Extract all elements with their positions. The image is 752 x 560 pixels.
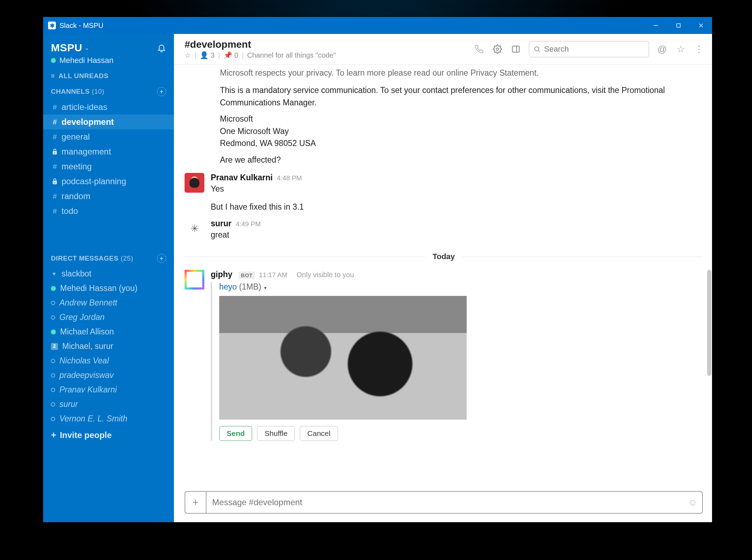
hash-icon bbox=[51, 101, 59, 113]
gear-icon[interactable] bbox=[492, 44, 503, 54]
dm-item[interactable]: Pranav Kulkarni bbox=[43, 383, 174, 397]
mentions-icon[interactable]: @ bbox=[657, 44, 668, 54]
add-channel-icon[interactable]: + bbox=[157, 87, 166, 96]
message: giphy BOT 11:17 AM Only visible to you h… bbox=[185, 267, 703, 444]
current-user[interactable]: Mehedi Hassan bbox=[59, 56, 113, 65]
star-icon[interactable]: ☆ bbox=[185, 51, 191, 59]
minimize-button[interactable] bbox=[652, 22, 660, 29]
workspace-name[interactable]: MSPU bbox=[51, 42, 82, 54]
message-time: 4:49 PM bbox=[236, 220, 261, 228]
svg-line-8 bbox=[538, 51, 540, 52]
dot-off-icon bbox=[51, 359, 55, 363]
search-input[interactable] bbox=[544, 45, 645, 54]
message-list[interactable]: Microsoft respects your privacy. To lear… bbox=[174, 65, 712, 485]
message: Pranav Kulkarni 4:48 PM Yes But I have f… bbox=[185, 170, 703, 216]
cancel-button[interactable]: Cancel bbox=[300, 426, 338, 441]
phone-icon[interactable] bbox=[474, 44, 484, 54]
dot-off-icon bbox=[51, 301, 55, 305]
details-icon[interactable] bbox=[511, 44, 521, 54]
send-button[interactable]: Send bbox=[219, 426, 252, 441]
channel-item-development[interactable]: development bbox=[43, 115, 174, 129]
dot-off-icon bbox=[51, 417, 55, 421]
channel-item-todo[interactable]: todo bbox=[43, 204, 174, 218]
dm-header[interactable]: DIRECT MESSAGES (25) + bbox=[43, 250, 174, 267]
dm-item[interactable]: 2Michael, surur bbox=[43, 339, 174, 354]
members-count[interactable]: 👤 3 bbox=[200, 51, 215, 59]
attachment: heyo (1MB) ▾ Send Shuffle Cancel bbox=[211, 282, 703, 441]
dot-off-icon bbox=[51, 315, 55, 320]
hash-icon bbox=[51, 131, 59, 143]
svg-rect-1 bbox=[677, 24, 680, 27]
message-text: But I have fixed this in 3.1 bbox=[211, 201, 703, 213]
dm-item[interactable]: Michael Allison bbox=[43, 325, 174, 339]
dm-item[interactable]: surur bbox=[43, 397, 174, 412]
dm-item[interactable]: Nicholas Veal bbox=[43, 354, 174, 368]
maximize-button[interactable] bbox=[675, 22, 682, 29]
emoji-icon[interactable]: ☺ bbox=[683, 497, 702, 508]
hash-icon bbox=[51, 116, 59, 128]
sidebar: MSPU ⌄ Mehedi Hassan ≡ ALL UNREADS CHANN… bbox=[43, 34, 174, 522]
shuffle-button[interactable]: Shuffle bbox=[257, 426, 295, 441]
slack-icon: ✱ bbox=[48, 22, 56, 29]
message-text: great bbox=[211, 229, 703, 241]
app-window: ✱ Slack - MSPU MSPU ⌄ bbox=[43, 17, 712, 522]
dm-item[interactable]: Mehedi Hassan (you) bbox=[43, 281, 174, 296]
dot-off-icon bbox=[51, 373, 55, 378]
plus-icon: + bbox=[51, 430, 56, 441]
dm-item[interactable]: pradeepviswav bbox=[43, 368, 174, 383]
message-text: This is a mandatory service communicatio… bbox=[185, 84, 703, 109]
message-time: 11:17 AM bbox=[259, 271, 287, 279]
channels-header[interactable]: CHANNELS (10) + bbox=[43, 83, 174, 100]
channel-name[interactable]: #development bbox=[185, 39, 336, 50]
invite-people[interactable]: + Invite people bbox=[43, 426, 174, 444]
scrollbar[interactable] bbox=[707, 270, 711, 376]
avatar[interactable] bbox=[185, 219, 204, 239]
dm-item[interactable]: Andrew Bennett bbox=[43, 296, 174, 310]
gif-preview[interactable] bbox=[219, 296, 467, 420]
channel-topic[interactable]: Channel for all things "code" bbox=[247, 51, 336, 59]
channel-item-podcast-planning[interactable]: podcast-planning bbox=[43, 174, 174, 189]
pins-count[interactable]: 📌 0 bbox=[223, 51, 238, 59]
channel-item-general[interactable]: general bbox=[43, 129, 174, 144]
dot-off-icon bbox=[51, 402, 55, 407]
star-channel-icon[interactable]: ☆ bbox=[675, 44, 686, 54]
presence-dot-icon bbox=[51, 58, 56, 63]
chevron-down-icon[interactable]: ⌄ bbox=[84, 45, 89, 51]
dm-item[interactable]: Greg Jordan bbox=[43, 310, 174, 325]
attachment-title[interactable]: heyo (1MB) ▾ bbox=[219, 282, 703, 292]
message-user[interactable]: giphy bbox=[211, 270, 232, 279]
svg-point-7 bbox=[535, 47, 539, 51]
svg-point-4 bbox=[496, 48, 499, 51]
more-icon[interactable]: ⋮ bbox=[694, 44, 704, 54]
close-button[interactable] bbox=[697, 22, 705, 29]
message-text: Yes bbox=[211, 183, 703, 195]
message-text: Microsoft respects your privacy. To lear… bbox=[185, 68, 703, 80]
message-user[interactable]: Pranav Kulkarni bbox=[211, 173, 273, 182]
message: surur 4:49 PM great bbox=[185, 216, 703, 244]
main-panel: #development ☆| 👤 3| 📌 0| Channel for al… bbox=[174, 34, 712, 522]
add-dm-icon[interactable]: + bbox=[157, 254, 166, 263]
dm-item[interactable]: slackbot bbox=[43, 267, 174, 281]
avatar[interactable] bbox=[185, 270, 204, 290]
svg-rect-5 bbox=[512, 46, 519, 52]
channel-item-meeting[interactable]: meeting bbox=[43, 159, 174, 174]
dm-item[interactable]: Vernon E. L. Smith bbox=[43, 412, 174, 426]
channel-item-article-ideas[interactable]: article-ideas bbox=[43, 100, 174, 115]
message-input[interactable] bbox=[206, 497, 683, 507]
attach-button[interactable]: + bbox=[185, 492, 206, 513]
badge-icon: 2 bbox=[51, 343, 58, 350]
channel-item-management[interactable]: management bbox=[43, 144, 174, 159]
message-text: Are we affected? bbox=[185, 154, 703, 166]
lock-icon bbox=[51, 175, 59, 187]
search-box[interactable] bbox=[529, 41, 649, 57]
message-user[interactable]: surur bbox=[211, 219, 232, 228]
chevron-down-icon: ▾ bbox=[264, 285, 267, 291]
bell-icon[interactable] bbox=[157, 43, 166, 52]
avatar[interactable] bbox=[185, 173, 204, 193]
titlebar[interactable]: ✱ Slack - MSPU bbox=[43, 17, 712, 34]
channel-item-random[interactable]: random bbox=[43, 189, 174, 204]
list-icon: ≡ bbox=[51, 72, 55, 80]
all-unreads[interactable]: ≡ ALL UNREADS bbox=[43, 70, 174, 83]
bot-badge: BOT bbox=[239, 272, 255, 279]
dot-on-icon bbox=[51, 286, 56, 291]
